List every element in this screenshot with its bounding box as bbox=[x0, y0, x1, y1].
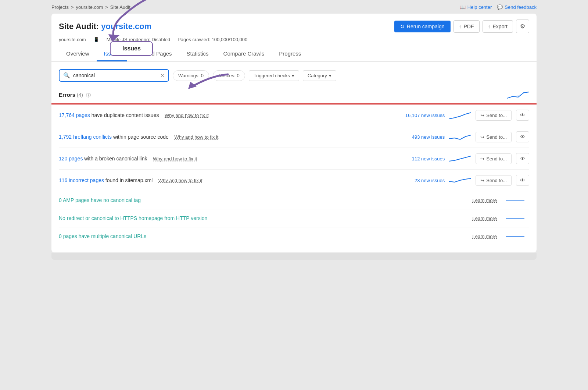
top-actions: 📖 Help center 💬 Send feedback bbox=[460, 4, 537, 10]
send-to-button[interactable]: ↪ Send to... bbox=[476, 132, 512, 142]
rerun-icon: ↻ bbox=[400, 24, 405, 29]
pages-crawled-meta: Pages crawled: 100,000/100,000 bbox=[178, 37, 247, 42]
no-issue-text: 0 pages have multiple canonical URLs bbox=[59, 233, 468, 239]
export-button[interactable]: ↑ Export bbox=[483, 20, 513, 33]
no-issue-row: 0 pages have multiple canonical URLs Lea… bbox=[59, 227, 529, 245]
why-fix-link[interactable]: Why and how to fix it bbox=[165, 113, 209, 118]
search-input[interactable] bbox=[73, 72, 157, 78]
tab-compare-crawls[interactable]: Compare Crawls bbox=[216, 47, 272, 61]
errors-chart bbox=[507, 89, 529, 100]
breadcrumb-section: Site Audit bbox=[110, 4, 130, 10]
pdf-button[interactable]: ↑ PDF bbox=[453, 20, 480, 33]
why-fix-link[interactable]: Why and how to fix it bbox=[153, 156, 197, 162]
category-dropdown[interactable]: Category ▾ bbox=[303, 70, 336, 81]
tab-overview[interactable]: Overview bbox=[59, 47, 97, 61]
send-icon: ↪ bbox=[480, 113, 484, 118]
site-meta: yoursite.com bbox=[59, 37, 86, 42]
why-fix-link[interactable]: Why and how to fix it bbox=[174, 134, 218, 140]
site-name-link[interactable]: yoursite.com bbox=[101, 22, 151, 31]
search-area: 🔍 ✕ Warnings: 0 Notices: 0 Triggered che… bbox=[59, 69, 529, 82]
new-issues-badge: 16,107 new issues bbox=[404, 113, 445, 118]
info-icon[interactable]: ⓘ bbox=[86, 92, 91, 98]
no-issue-text: No redirect or canonical to HTTPS homepa… bbox=[59, 215, 468, 221]
notices-filter-button[interactable]: Notices: 0 bbox=[213, 70, 245, 81]
page-title: Site Audit: yoursite.com bbox=[59, 22, 151, 31]
send-feedback-link[interactable]: 💬 Send feedback bbox=[497, 4, 537, 10]
learn-more-link[interactable]: Learn more bbox=[473, 198, 497, 203]
new-issues-badge: 23 new issues bbox=[404, 178, 445, 183]
issue-text: 120 pages with a broken canonical link W… bbox=[59, 155, 400, 163]
errors-title: Errors bbox=[59, 92, 75, 98]
learn-more-link[interactable]: Learn more bbox=[473, 216, 497, 221]
warnings-filter-button[interactable]: Warnings: 0 bbox=[173, 70, 209, 81]
errors-section-header: Errors (4) ⓘ bbox=[59, 89, 529, 101]
issue-row: 1,792 hreflang conflicts within page sou… bbox=[59, 126, 529, 148]
new-issues-badge: 112 new issues bbox=[404, 156, 445, 162]
filter-bar: 🔍 ✕ Warnings: 0 Notices: 0 Triggered che… bbox=[59, 69, 529, 82]
help-icon: 📖 bbox=[460, 4, 466, 10]
tab-crawled-pages[interactable]: Crawled Pages bbox=[127, 47, 179, 61]
row-chart bbox=[449, 131, 471, 142]
learn-more-link[interactable]: Learn more bbox=[473, 234, 497, 239]
eye-icon: 👁 bbox=[520, 177, 525, 183]
tab-issues[interactable]: Issues bbox=[97, 47, 127, 61]
send-to-button[interactable]: ↪ Send to... bbox=[476, 153, 512, 164]
clear-search-icon[interactable]: ✕ bbox=[160, 72, 165, 78]
eye-icon: 👁 bbox=[520, 112, 525, 118]
issue-text: 17,764 pages have duplicate content issu… bbox=[59, 111, 400, 119]
tabs: Overview Issues Crawled Pages Statistics… bbox=[59, 47, 529, 61]
send-icon: ↪ bbox=[480, 178, 484, 183]
breadcrumb-sep2: > bbox=[105, 4, 108, 10]
pdf-upload-icon: ↑ bbox=[459, 24, 462, 29]
view-button[interactable]: 👁 bbox=[516, 110, 529, 121]
svg-marker-3 bbox=[188, 82, 197, 89]
bottom-bar bbox=[51, 253, 537, 260]
export-upload-icon: ↑ bbox=[488, 24, 491, 29]
issue-link[interactable]: 17,764 pages bbox=[59, 112, 90, 118]
row-chart bbox=[449, 110, 471, 121]
send-icon: ↪ bbox=[480, 156, 484, 162]
breadcrumb: Projects > yoursite.com > Site Audit bbox=[51, 4, 130, 10]
issue-row: 116 incorrect pages found in sitemap.xml… bbox=[59, 170, 529, 191]
send-to-button[interactable]: ↪ Send to... bbox=[476, 110, 512, 121]
send-icon: ↪ bbox=[480, 134, 484, 140]
view-button[interactable]: 👁 bbox=[516, 175, 529, 186]
row-chart bbox=[449, 153, 471, 164]
issues-list: 17,764 pages have duplicate content issu… bbox=[59, 104, 529, 245]
search-box: 🔍 ✕ bbox=[59, 69, 169, 82]
help-center-link[interactable]: 📖 Help center bbox=[460, 4, 492, 10]
header-meta: yoursite.com 📱 Mobile JS rendering: Disa… bbox=[59, 37, 529, 42]
send-to-button[interactable]: ↪ Send to... bbox=[476, 175, 512, 186]
triggered-chevron-icon: ▾ bbox=[292, 73, 294, 78]
breadcrumb-site[interactable]: yoursite.com bbox=[76, 4, 103, 10]
tab-progress[interactable]: Progress bbox=[272, 47, 308, 61]
main-content: 🔍 ✕ Warnings: 0 Notices: 0 Triggered che… bbox=[51, 62, 537, 252]
no-issue-row: 0 AMP pages have no canonical tag Learn … bbox=[59, 191, 529, 209]
settings-button[interactable]: ⚙ bbox=[516, 20, 529, 33]
issue-row: 17,764 pages have duplicate content issu… bbox=[59, 104, 529, 126]
no-issue-row: No redirect or canonical to HTTPS homepa… bbox=[59, 209, 529, 227]
why-fix-link[interactable]: Why and how to fix it bbox=[158, 178, 202, 183]
issue-link[interactable]: 116 incorrect pages bbox=[59, 177, 104, 183]
eye-icon: 👁 bbox=[520, 134, 525, 140]
issue-text: 1,792 hreflang conflicts within page sou… bbox=[59, 133, 400, 141]
view-button[interactable]: 👁 bbox=[516, 131, 529, 142]
new-issues-badge: 493 new issues bbox=[404, 134, 445, 140]
breadcrumb-projects[interactable]: Projects bbox=[51, 4, 69, 10]
breadcrumb-sep1: > bbox=[71, 4, 74, 10]
tab-statistics[interactable]: Statistics bbox=[179, 47, 216, 61]
issue-row: 120 pages with a broken canonical link W… bbox=[59, 148, 529, 170]
feedback-icon: 💬 bbox=[497, 4, 503, 10]
top-bar: Projects > yoursite.com > Site Audit 📖 H… bbox=[51, 4, 537, 10]
row-chart bbox=[449, 175, 471, 186]
issue-link[interactable]: 1,792 hreflang conflicts bbox=[59, 134, 112, 140]
gear-icon: ⚙ bbox=[520, 23, 525, 29]
no-issue-text: 0 AMP pages have no canonical tag bbox=[59, 197, 468, 203]
errors-count: (4) bbox=[77, 92, 83, 98]
issue-link[interactable]: 120 pages bbox=[59, 156, 83, 162]
view-button[interactable]: 👁 bbox=[516, 153, 529, 164]
triggered-checks-dropdown[interactable]: Triggered checks ▾ bbox=[249, 70, 299, 81]
header-buttons: ↻ Rerun campaign ↑ PDF ↑ Export ⚙ bbox=[394, 20, 529, 33]
header-top: Site Audit: yoursite.com ↻ Rerun campaig… bbox=[59, 20, 529, 33]
rerun-campaign-button[interactable]: ↻ Rerun campaign bbox=[394, 21, 451, 32]
